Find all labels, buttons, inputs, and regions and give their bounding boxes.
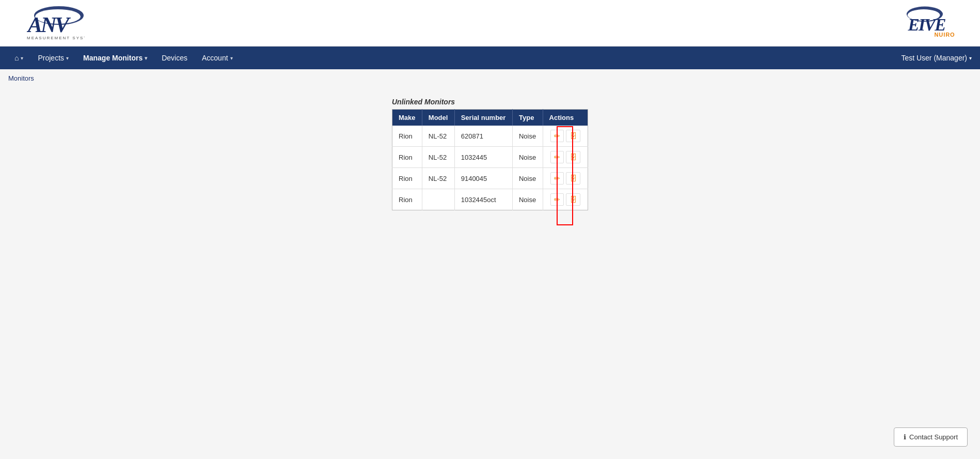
table-row: RionNL-529140045Noise✏🗄: [392, 168, 588, 189]
nav-bar: ⌂ ▾ Projects ▾ Manage Monitors ▾ Devices…: [0, 47, 980, 69]
svg-text:ANV: ANV: [26, 13, 71, 37]
nav-home[interactable]: ⌂ ▾: [8, 47, 29, 69]
cell-type: Noise: [512, 126, 543, 147]
logo-left: ANV MEASUREMENT SYSTEMS: [12, 5, 85, 41]
edit-button[interactable]: ✏: [550, 130, 564, 142]
col-type: Type: [512, 110, 543, 126]
col-make: Make: [392, 110, 422, 126]
col-actions: Actions: [543, 110, 588, 126]
archive-button[interactable]: 🗄: [566, 151, 580, 163]
user-label: Test User (Manager): [901, 54, 967, 62]
contact-support-button[interactable]: ℹ Contact Support: [894, 427, 968, 447]
nav-account[interactable]: Account ▾: [196, 47, 239, 69]
contact-support-label: Contact Support: [909, 433, 958, 441]
nav-projects[interactable]: Projects ▾: [31, 47, 75, 69]
cell-make: Rion: [392, 168, 422, 189]
monitors-table: Make Model Serial number Type Actions Ri…: [392, 109, 588, 210]
edit-button[interactable]: ✏: [550, 172, 564, 185]
eive-logo: EIVE NUIRO: [906, 4, 968, 40]
nav-manage-monitors-label: Manage Monitors: [83, 54, 143, 62]
archive-button[interactable]: 🗄: [566, 193, 580, 206]
cell-serial: 1032445: [454, 147, 512, 168]
cell-type: Noise: [512, 147, 543, 168]
cell-model: NL-52: [422, 147, 454, 168]
cell-serial: 1032445oct: [454, 189, 512, 210]
home-chevron: ▾: [21, 55, 23, 61]
cell-model: NL-52: [422, 168, 454, 189]
edit-button[interactable]: ✏: [550, 151, 564, 163]
table-row: Rion1032445octNoise✏🗄: [392, 189, 588, 210]
cell-make: Rion: [392, 147, 422, 168]
anv-logo: ANV MEASUREMENT SYSTEMS: [12, 5, 85, 41]
manage-monitors-chevron: ▾: [145, 55, 147, 61]
edit-button[interactable]: ✏: [550, 193, 564, 206]
account-chevron: ▾: [230, 55, 233, 61]
home-icon: ⌂: [14, 54, 19, 62]
cell-actions: ✏🗄: [543, 126, 588, 147]
table-title: Unlinked Monitors: [392, 98, 588, 106]
cell-actions: ✏🗄: [543, 168, 588, 189]
nav-projects-label: Projects: [38, 54, 64, 62]
cell-model: [422, 189, 454, 210]
archive-button[interactable]: 🗄: [566, 172, 580, 185]
svg-text:MEASUREMENT SYSTEMS: MEASUREMENT SYSTEMS: [27, 36, 85, 40]
nav-account-label: Account: [202, 54, 228, 62]
nav-left: ⌂ ▾ Projects ▾ Manage Monitors ▾ Devices…: [8, 47, 239, 69]
cell-serial: 620871: [454, 126, 512, 147]
nav-devices[interactable]: Devices: [155, 47, 194, 69]
cell-make: Rion: [392, 189, 422, 210]
svg-text:NUIRO: NUIRO: [934, 32, 955, 38]
main-content: Unlinked Monitors Make Model Serial numb…: [0, 87, 980, 241]
cell-type: Noise: [512, 189, 543, 210]
projects-chevron: ▾: [66, 55, 69, 61]
nav-devices-label: Devices: [162, 54, 187, 62]
cell-model: NL-52: [422, 126, 454, 147]
user-chevron: ▾: [969, 55, 972, 61]
nav-user[interactable]: Test User (Manager) ▾: [901, 54, 972, 62]
logo-bar: ANV MEASUREMENT SYSTEMS EIVE NUIRO: [0, 0, 980, 47]
cell-type: Noise: [512, 168, 543, 189]
info-icon: ℹ: [904, 433, 906, 441]
cell-make: Rion: [392, 126, 422, 147]
logo-right: EIVE NUIRO: [906, 4, 968, 42]
table-header-row: Make Model Serial number Type Actions: [392, 110, 588, 126]
nav-manage-monitors[interactable]: Manage Monitors ▾: [77, 47, 153, 69]
breadcrumb: Monitors: [0, 69, 980, 87]
col-model: Model: [422, 110, 454, 126]
cell-actions: ✏🗄: [543, 189, 588, 210]
table-section: Unlinked Monitors Make Model Serial numb…: [392, 98, 588, 210]
col-serial: Serial number: [454, 110, 512, 126]
table-row: RionNL-521032445Noise✏🗄: [392, 147, 588, 168]
cell-serial: 9140045: [454, 168, 512, 189]
cell-actions: ✏🗄: [543, 147, 588, 168]
table-row: RionNL-52620871Noise✏🗄: [392, 126, 588, 147]
archive-button[interactable]: 🗄: [566, 130, 580, 142]
breadcrumb-label: Monitors: [8, 74, 34, 82]
